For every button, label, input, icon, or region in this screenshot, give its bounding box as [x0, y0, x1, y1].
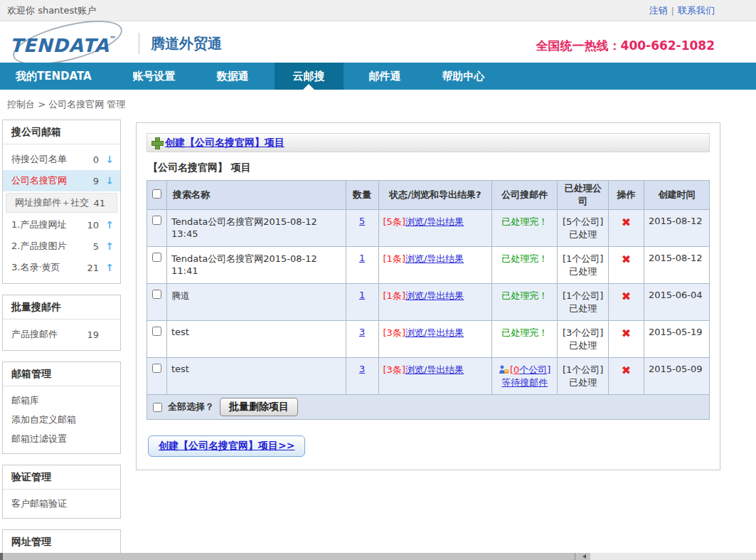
waiting-search-email-link[interactable]: 等待搜邮件	[501, 377, 548, 388]
created-date: 2015-06-04	[644, 284, 710, 321]
sidebar-item-product-search-image[interactable]: 2.产品搜图片 5 ↑	[3, 236, 120, 257]
sidebar-item-mailbox-library[interactable]: 邮箱库	[3, 391, 120, 410]
create-project-link[interactable]: 创建【公司名搜官网】项目	[165, 137, 284, 149]
sidebar-item-customer-email-verification[interactable]: 客户邮箱验证	[3, 494, 120, 513]
sidebar-section-verification-management: 验证管理 客户邮箱验证	[2, 465, 121, 519]
logo-divider	[139, 33, 139, 54]
row-checkbox[interactable]	[152, 364, 161, 373]
processed-count: [1个公司]	[563, 364, 603, 375]
quantity-link[interactable]: 3	[359, 327, 365, 337]
sidebar-item-url-search-email-social[interactable]: 网址搜邮件＋社交 41	[6, 193, 117, 213]
table-row: Tendata公司名搜官网2015-08-12 11:41 1 [1条]浏览/导…	[147, 247, 710, 284]
row-checkbox[interactable]	[152, 327, 161, 336]
logo-text: TENDATA	[10, 35, 110, 56]
quantity-link[interactable]: 5	[359, 216, 365, 226]
quantity-link[interactable]: 3	[359, 364, 365, 374]
project-name: 腾道	[166, 284, 346, 321]
result-count: [3条]	[383, 327, 405, 338]
select-all-header-checkbox[interactable]	[152, 189, 161, 199]
item-count: 10	[83, 220, 99, 231]
section-title: 网址管理	[3, 530, 120, 554]
sidebar-item-product-search-email[interactable]: 产品搜邮件 19	[3, 324, 120, 345]
scrollbar-corner	[0, 553, 3, 560]
nav-item-help-center[interactable]: 帮助中心	[427, 63, 501, 90]
processed-status: 已处理完！	[501, 216, 548, 227]
col-created-date: 创建时间	[644, 181, 710, 210]
result-count: [1条]	[383, 253, 405, 264]
topbar: 欢迎你 shantest账户 注销 | 联系我们	[0, 0, 756, 21]
project-name: test	[166, 358, 346, 395]
red-x-icon[interactable]: ✖	[622, 364, 631, 377]
up-arrow-icon: ↑	[105, 262, 115, 273]
contact-us-link[interactable]: 联系我们	[678, 4, 715, 17]
sidebar-item-pending-company-list[interactable]: 待搜公司名单 0 ↓	[3, 149, 120, 170]
waiting-companies-link[interactable]: 个公司]	[519, 364, 550, 375]
quantity-link[interactable]: 1	[359, 253, 365, 263]
project-name: Tendata公司名搜官网2015-08-12 13:45	[166, 210, 346, 247]
create-project-bar: 创建【公司名搜官网】项目	[147, 133, 710, 152]
nav-item-account-settings[interactable]: 账号设置	[117, 63, 191, 90]
tendata-logo: TENDATA™	[9, 28, 133, 59]
col-processed-company: 已处理公司	[558, 181, 609, 210]
sidebar-item-directory-yellowpages[interactable]: 3.名录·黄页 21 ↑	[3, 257, 120, 278]
logout-link[interactable]: 注销	[649, 4, 668, 17]
quantity-link[interactable]: 1	[359, 290, 365, 300]
table-row: 腾道 1 [1条]浏览/导出结果 已处理完！ [1个公司]已处理 ✖ 2015-…	[147, 284, 710, 321]
sidebar-section-search-company-email: 搜公司邮箱 待搜公司名单 0 ↓ 公司名搜官网 9 ↓ 网址搜邮件＋社交 41	[2, 120, 121, 284]
item-count: 19	[83, 329, 99, 340]
red-x-icon[interactable]: ✖	[622, 327, 631, 340]
col-quantity: 数量	[346, 181, 378, 210]
header: TENDATA™ 腾道外贸通 全国统一热线：400-662-1082	[0, 22, 756, 63]
nav-item-mail-pass[interactable]: 邮件通	[353, 63, 417, 90]
view-export-results-link[interactable]: 浏览/导出结果	[405, 364, 464, 375]
red-x-icon[interactable]: ✖	[622, 290, 631, 303]
item-count: 9	[83, 176, 99, 186]
create-project-button[interactable]: 创建【公司名搜官网】项目>>	[148, 435, 305, 457]
view-export-results-link[interactable]: 浏览/导出结果	[405, 290, 464, 301]
main-nav: 我的TENDATA 账号设置 数据通 云邮搜 邮件通 帮助中心	[0, 63, 756, 90]
select-all-label: 全部选择？	[168, 401, 214, 413]
table-row: test 3 [3条]浏览/导出结果 已处理完！ [3个公司]已处理 ✖ 201…	[147, 321, 710, 358]
scrollbar-track[interactable]	[590, 553, 756, 560]
table-row: test 3 [3条]浏览/导出结果 [0个公司] 等待搜邮件 [1个公司]已处…	[147, 358, 710, 395]
up-arrow-icon: ↑	[105, 219, 115, 231]
up-arrow-icon: ↑	[105, 241, 115, 252]
nav-item-my-tendata[interactable]: 我的TENDATA	[0, 63, 107, 90]
scrollbar-divider	[575, 553, 575, 560]
batch-delete-button[interactable]: 批量删除项目	[220, 398, 298, 416]
waiting-count: [0	[510, 364, 519, 375]
red-x-icon[interactable]: ✖	[622, 253, 631, 266]
plus-icon	[151, 137, 162, 148]
processed-status: 已处理完！	[501, 290, 548, 301]
created-date: 2015-05-19	[644, 321, 710, 358]
col-search-name: 搜索名称	[166, 181, 346, 210]
sidebar-item-mailbox-filter-settings[interactable]: 邮箱过滤设置	[3, 429, 120, 448]
processed-status: 已处理完！	[501, 253, 548, 264]
nav-item-cloud-mail-search[interactable]: 云邮搜	[275, 63, 344, 90]
row-checkbox[interactable]	[152, 290, 161, 299]
view-export-results-link[interactable]: 浏览/导出结果	[405, 327, 464, 338]
table-row: Tendata公司名搜官网2015-08-12 13:45 5 [5条]浏览/导…	[147, 210, 710, 247]
section-title: 验证管理	[3, 465, 120, 490]
sidebar-item-add-custom-mailbox[interactable]: 添加自定义邮箱	[3, 410, 120, 429]
down-arrow-icon: ↓	[105, 175, 115, 186]
topbar-separator: |	[671, 6, 674, 16]
horizontal-scrollbar[interactable]	[0, 553, 756, 560]
row-checkbox[interactable]	[152, 253, 161, 262]
view-export-results-link[interactable]: 浏览/导出结果	[405, 216, 464, 227]
main-content: 创建【公司名搜官网】项目 【公司名搜官网】 项目 搜索名称 数量 状态/浏览和导…	[136, 122, 720, 470]
red-x-icon[interactable]: ✖	[622, 216, 631, 229]
sidebar-section-batch-email-search: 批量搜邮件 产品搜邮件 19	[2, 295, 121, 351]
sidebar-item-product-search-url[interactable]: 1.产品搜网址 10 ↑	[3, 214, 120, 236]
person-email-icon	[499, 365, 509, 374]
view-export-results-link[interactable]: 浏览/导出结果	[405, 253, 464, 264]
scroll-left-arrow-icon[interactable]	[582, 554, 586, 559]
select-all-checkbox[interactable]	[153, 403, 162, 412]
nav-item-data-pass[interactable]: 数据通	[201, 63, 265, 90]
trademark-symbol: ™	[110, 35, 117, 43]
row-checkbox[interactable]	[152, 216, 161, 225]
result-count: [5条]	[383, 216, 405, 227]
col-company-search-email: 公司搜邮件	[492, 181, 558, 210]
page: 欢迎你 shantest账户 注销 | 联系我们 TENDATA™ 腾道外贸通 …	[0, 0, 756, 560]
sidebar-item-company-name-search-site[interactable]: 公司名搜官网 9 ↓	[3, 170, 120, 191]
